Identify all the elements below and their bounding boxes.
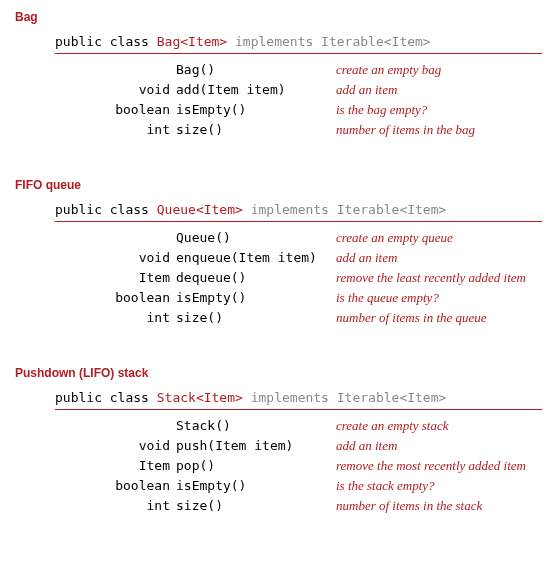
table-row: booleanisEmpty()is the bag empty? — [55, 100, 475, 120]
table-row: intsize()number of items in the queue — [55, 308, 526, 328]
table-row: booleanisEmpty()is the queue empty? — [55, 288, 526, 308]
method-description: number of items in the queue — [336, 308, 526, 328]
return-type: boolean — [55, 288, 176, 308]
method-signature: enqueue(Item item) — [176, 248, 336, 268]
return-type — [55, 228, 176, 248]
method-signature: push(Item item) — [176, 436, 336, 456]
class-declaration: public class Stack<Item> implements Iter… — [55, 390, 542, 410]
class-name: Queue<Item> — [157, 202, 243, 217]
return-type — [55, 416, 176, 436]
method-signature: size() — [176, 308, 336, 328]
return-type: void — [55, 80, 176, 100]
method-description: is the stack empty? — [336, 476, 526, 496]
class-prefix: public class — [55, 202, 157, 217]
table-row: booleanisEmpty()is the stack empty? — [55, 476, 526, 496]
table-row: Stack()create an empty stack — [55, 416, 526, 436]
class-prefix: public class — [55, 34, 157, 49]
class-name: Bag<Item> — [157, 34, 227, 49]
return-type: void — [55, 436, 176, 456]
method-description: create an empty bag — [336, 60, 475, 80]
method-signature: size() — [176, 120, 336, 140]
method-description: add an item — [336, 436, 526, 456]
table-row: Itemdequeue()remove the least recently a… — [55, 268, 526, 288]
class-name: Stack<Item> — [157, 390, 243, 405]
method-description: remove the least recently added item — [336, 268, 526, 288]
class-implements: implements Iterable<Item> — [243, 390, 447, 405]
method-description: is the queue empty? — [336, 288, 526, 308]
class-implements: implements Iterable<Item> — [227, 34, 431, 49]
table-row: Itempop()remove the most recently added … — [55, 456, 526, 476]
method-signature: Queue() — [176, 228, 336, 248]
class-declaration: public class Bag<Item> implements Iterab… — [55, 34, 542, 54]
method-description: number of items in the stack — [336, 496, 526, 516]
method-signature: isEmpty() — [176, 100, 336, 120]
return-type: void — [55, 248, 176, 268]
section-title: Pushdown (LIFO) stack — [15, 366, 542, 380]
method-table: Stack()create an empty stackvoidpush(Ite… — [55, 416, 526, 516]
class-implements: implements Iterable<Item> — [243, 202, 447, 217]
class-prefix: public class — [55, 390, 157, 405]
method-table: Queue()create an empty queuevoidenqueue(… — [55, 228, 526, 328]
method-description: remove the most recently added item — [336, 456, 526, 476]
section-title: Bag — [15, 10, 542, 24]
method-signature: dequeue() — [176, 268, 336, 288]
table-row: voidpush(Item item)add an item — [55, 436, 526, 456]
method-description: create an empty queue — [336, 228, 526, 248]
return-type: boolean — [55, 476, 176, 496]
table-row: Bag()create an empty bag — [55, 60, 475, 80]
api-section: Bagpublic class Bag<Item> implements Ite… — [15, 10, 542, 140]
return-type: Item — [55, 268, 176, 288]
api-section: FIFO queuepublic class Queue<Item> imple… — [15, 178, 542, 328]
method-signature: size() — [176, 496, 336, 516]
return-type: int — [55, 496, 176, 516]
method-description: add an item — [336, 248, 526, 268]
method-description: number of items in the bag — [336, 120, 475, 140]
method-description: add an item — [336, 80, 475, 100]
method-description: is the bag empty? — [336, 100, 475, 120]
return-type: Item — [55, 456, 176, 476]
section-title: FIFO queue — [15, 178, 542, 192]
method-description: create an empty stack — [336, 416, 526, 436]
table-row: intsize()number of items in the bag — [55, 120, 475, 140]
table-row: voidenqueue(Item item)add an item — [55, 248, 526, 268]
method-signature: isEmpty() — [176, 476, 336, 496]
table-row: voidadd(Item item)add an item — [55, 80, 475, 100]
class-declaration: public class Queue<Item> implements Iter… — [55, 202, 542, 222]
method-signature: Bag() — [176, 60, 336, 80]
method-signature: isEmpty() — [176, 288, 336, 308]
api-section: Pushdown (LIFO) stackpublic class Stack<… — [15, 366, 542, 516]
method-signature: pop() — [176, 456, 336, 476]
table-row: Queue()create an empty queue — [55, 228, 526, 248]
return-type: int — [55, 120, 176, 140]
api-listing: Bagpublic class Bag<Item> implements Ite… — [15, 10, 542, 516]
return-type — [55, 60, 176, 80]
method-signature: add(Item item) — [176, 80, 336, 100]
method-signature: Stack() — [176, 416, 336, 436]
table-row: intsize()number of items in the stack — [55, 496, 526, 516]
return-type: boolean — [55, 100, 176, 120]
method-table: Bag()create an empty bagvoidadd(Item ite… — [55, 60, 475, 140]
return-type: int — [55, 308, 176, 328]
